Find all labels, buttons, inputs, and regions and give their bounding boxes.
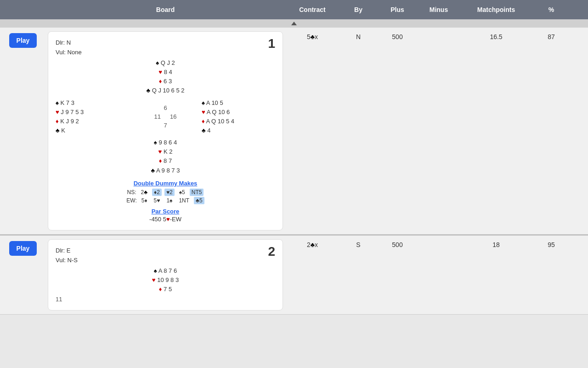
table-header: Board Contract By Plus Minus Matchpoints… xyxy=(0,0,588,19)
par-title-1[interactable]: Par Score xyxy=(56,208,275,215)
header-plus: Plus xyxy=(377,6,418,13)
header-pct: % xyxy=(533,6,570,13)
ddm-table-1: NS: 2 ♦2 ♥2 ♠5 NT5 EW: 5♦ 5♥ 1♠ 1NT ♣5 xyxy=(56,189,275,204)
by-2: S xyxy=(340,236,377,254)
north-clubs: Q J 10 6 5 2 xyxy=(56,86,275,95)
play-button-2[interactable]: Play xyxy=(9,241,37,256)
minus-2 xyxy=(418,236,459,247)
north2-hearts: 10 9 8 3 xyxy=(56,276,275,285)
contract-2: 2♣x xyxy=(285,236,340,254)
north2-diamonds: 7 5 xyxy=(56,285,275,294)
board-vul-1: Vul: None xyxy=(56,49,275,56)
south-hearts: K 2 xyxy=(56,147,275,156)
board-number-1: 1 xyxy=(268,36,275,51)
ddm-title-1[interactable]: Double Dummy Makes xyxy=(56,180,275,187)
play-cell-1: Play xyxy=(0,28,46,53)
play-cell-2: Play xyxy=(0,236,46,261)
pct-1: 87 xyxy=(533,28,570,46)
board-card-2: 2 Dlr: E Vul: N-S A 8 7 6 10 9 8 3 7 5 1… xyxy=(46,236,285,314)
hcp-center: 6 11 16 7 xyxy=(129,104,202,129)
north2-spades: A 8 7 6 xyxy=(56,266,275,276)
matchpoints-2: 18 xyxy=(459,236,533,254)
play-button-1[interactable]: Play xyxy=(9,33,37,48)
west-hand: K 7 3 J 9 7 5 3 K J 9 2 K xyxy=(56,98,129,136)
plus-1: 500 xyxy=(377,28,418,46)
by-1: N xyxy=(340,28,377,46)
matchpoints-1: 16.5 xyxy=(459,28,533,46)
hcp-n2: 11 xyxy=(56,296,275,303)
par-value-1: -450 5♥-EW xyxy=(56,216,275,223)
east-hand: A 10 5 A Q 10 6 A Q 10 5 4 4 xyxy=(202,98,275,136)
svg-marker-0 xyxy=(291,22,297,25)
board-card-1: 1 Dlr: N Vul: None Q J 2 8 4 6 3 Q J 10 … xyxy=(46,28,285,234)
board-number-2: 2 xyxy=(268,244,275,259)
board-vul-2: Vul: N-S xyxy=(56,257,275,264)
board-dealer-1: Dlr: N xyxy=(56,39,275,46)
south-diamonds: 8 7 xyxy=(56,156,275,166)
south-spades: 9 8 6 4 xyxy=(56,138,275,147)
south-clubs: A 9 8 7 3 xyxy=(56,166,275,175)
plus-2: 500 xyxy=(377,236,418,254)
north-diamonds: 6 3 xyxy=(56,77,275,86)
table-row: Play 1 Dlr: N Vul: None Q J 2 8 4 6 3 Q … xyxy=(0,28,588,235)
minus-1 xyxy=(418,28,459,39)
header-contract: Contract xyxy=(285,6,340,13)
scroll-up-button[interactable] xyxy=(0,19,588,28)
ddm-section-1: Double Dummy Makes NS: 2 ♦2 ♥2 ♠5 NT5 EW… xyxy=(56,180,275,204)
header-minus: Minus xyxy=(418,6,459,13)
north-hearts: 8 4 xyxy=(56,68,275,77)
par-section-1: Par Score -450 5♥-EW xyxy=(56,208,275,223)
pct-2: 95 xyxy=(533,236,570,254)
board-dealer-2: Dlr: E xyxy=(56,247,275,254)
contract-1: 5♣x xyxy=(285,28,340,46)
header-by: By xyxy=(340,6,377,13)
header-board: Board xyxy=(46,6,285,13)
header-matchpoints: Matchpoints xyxy=(459,6,533,13)
table-row: Play 2 Dlr: E Vul: N-S A 8 7 6 10 9 8 3 … xyxy=(0,235,588,315)
north-spades: Q J 2 xyxy=(56,58,275,68)
